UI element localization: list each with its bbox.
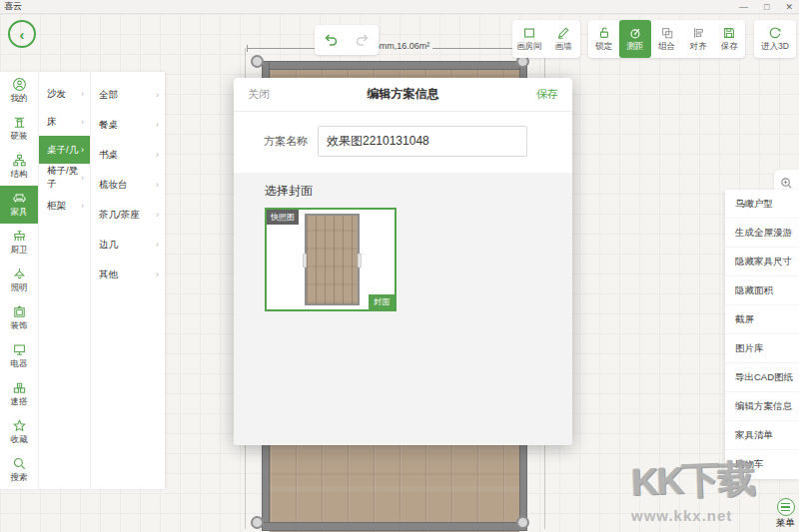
sidebar-item-hard-decor[interactable]: 硬装 bbox=[0, 110, 38, 148]
structure-icon bbox=[12, 153, 27, 168]
draw-wall-button[interactable]: 画墙 bbox=[546, 20, 580, 58]
sidebar-item-appliances[interactable]: 电器 bbox=[0, 337, 38, 375]
sidebar-item-quick-build[interactable]: 速搭 bbox=[0, 375, 38, 413]
sidebar-item-lighting[interactable]: 照明 bbox=[0, 262, 38, 299]
sidebar-item-kitchen-bath[interactable]: 厨卫 bbox=[0, 224, 38, 262]
sidebar-item-favorites[interactable]: 收藏 bbox=[0, 413, 38, 451]
monitor-icon bbox=[12, 342, 27, 357]
category-sofa[interactable]: 沙发› bbox=[39, 80, 90, 108]
dialog-title: 编辑方案信息 bbox=[368, 86, 439, 103]
dialog-header: 关闭 编辑方案信息 保存 bbox=[234, 78, 572, 112]
group-button[interactable]: 组合 bbox=[651, 20, 682, 58]
menu-item-edit-plan-info[interactable]: 编辑方案信息 bbox=[725, 392, 799, 421]
subcategory-dresser[interactable]: 梳妆台› bbox=[91, 170, 165, 200]
wall-corner-handle-top-left[interactable] bbox=[251, 55, 264, 68]
plan-name-input[interactable] bbox=[318, 126, 527, 157]
draw-wall-icon bbox=[556, 26, 570, 40]
cover-badge: 封面 bbox=[369, 294, 395, 309]
chevron-right-icon: › bbox=[81, 89, 84, 99]
align-button[interactable]: 对齐 bbox=[682, 20, 713, 58]
draw-room-icon bbox=[522, 26, 536, 40]
sidebar-item-structure[interactable]: 结构 bbox=[0, 148, 38, 186]
wall-bottom[interactable] bbox=[262, 522, 527, 531]
maximize-icon[interactable]: □ bbox=[764, 0, 769, 14]
chevron-right-icon: › bbox=[81, 117, 84, 127]
menu-item-shopping-cart[interactable]: 购物车 bbox=[725, 450, 799, 479]
cover-select-section: 选择封面 快照图 封面 bbox=[234, 173, 572, 445]
category-cabinet[interactable]: 柜架› bbox=[39, 192, 90, 220]
sidebar-item-mine[interactable]: 我的 bbox=[0, 72, 38, 110]
menu-item-image-library[interactable]: 图片库 bbox=[725, 334, 799, 363]
menu-item-birdview[interactable]: 鸟瞰户型 bbox=[725, 190, 799, 219]
search-icon bbox=[12, 456, 27, 471]
plan-actions-menu: 鸟瞰户型 生成全屋漫游 隐藏家具尺寸 隐藏面积 截屏 图片库 导出CAD图纸 编… bbox=[725, 190, 799, 479]
lock-button[interactable]: 锁定 bbox=[588, 20, 619, 58]
blocks-icon bbox=[12, 380, 27, 395]
subcategory-all[interactable]: 全部› bbox=[91, 80, 165, 110]
back-button[interactable]: ‹ bbox=[8, 20, 36, 48]
subcategory-side-table[interactable]: 边几› bbox=[91, 230, 165, 260]
enter-3d-icon bbox=[768, 26, 782, 40]
category-chair-stool[interactable]: 椅子/凳子› bbox=[39, 164, 90, 192]
cover-section-title: 选择封面 bbox=[265, 183, 572, 200]
redo-icon[interactable] bbox=[355, 33, 371, 47]
dialog-save-button[interactable]: 保存 bbox=[536, 87, 558, 102]
undo-redo-toolbar bbox=[315, 25, 379, 55]
wall-corner-handle-bottom-left[interactable] bbox=[251, 516, 264, 529]
sidebar-item-search[interactable]: 搜索 bbox=[0, 451, 38, 489]
subcategory-dining-table[interactable]: 餐桌› bbox=[91, 110, 165, 140]
menu-item-screenshot[interactable]: 截屏 bbox=[725, 305, 799, 334]
dialog-close-button[interactable]: 关闭 bbox=[248, 87, 270, 102]
chevron-right-icon: › bbox=[81, 201, 84, 211]
menu-item-hide-furniture-size[interactable]: 隐藏家具尺寸 bbox=[725, 248, 799, 276]
table-subcategory-menu: 全部› 餐桌› 书桌› 梳妆台› 茶几/茶座› 边几› 其他› bbox=[90, 72, 165, 489]
furniture-category-menu: 沙发› 床› 桌子/几› 椅子/凳子› 柜架› bbox=[38, 72, 90, 489]
category-table[interactable]: 桌子/几› bbox=[39, 136, 90, 164]
title-bar: 喜云 — □ ✕ bbox=[0, 0, 799, 14]
close-icon[interactable]: ✕ bbox=[785, 0, 793, 14]
draw-room-button[interactable]: 画房间 bbox=[512, 20, 546, 58]
armchair-icon bbox=[12, 191, 27, 206]
measure-icon bbox=[628, 26, 642, 40]
sidebar-item-decoration[interactable]: 装饰 bbox=[0, 299, 38, 337]
chevron-right-icon: › bbox=[156, 210, 159, 220]
sidebar-item-furniture[interactable]: 家具 bbox=[0, 186, 38, 224]
edit-plan-info-dialog: 关闭 编辑方案信息 保存 方案名称 选择封面 快照图 封面 bbox=[234, 78, 572, 445]
chevron-right-icon: › bbox=[156, 120, 159, 130]
subcategory-other[interactable]: 其他› bbox=[91, 260, 165, 289]
edit-tools-group: 锁定 测距 组合 对齐 保存 bbox=[588, 20, 745, 58]
subcategory-desk[interactable]: 书桌› bbox=[91, 140, 165, 170]
cover-thumbnail[interactable]: 快照图 封面 bbox=[265, 208, 397, 311]
wall-corner-handle-bottom-right[interactable] bbox=[516, 516, 529, 529]
lock-icon bbox=[597, 26, 611, 40]
enter-3d-button[interactable]: 进入3D bbox=[754, 20, 796, 58]
chevron-right-icon: › bbox=[156, 180, 159, 190]
wall-top[interactable] bbox=[262, 61, 527, 70]
save-button[interactable]: 保存 bbox=[714, 20, 745, 58]
subcategory-tea-table[interactable]: 茶几/茶座› bbox=[91, 200, 165, 230]
menu-item-roam[interactable]: 生成全屋漫游 bbox=[725, 219, 799, 248]
draw-tools-group: 画房间 画墙 bbox=[512, 20, 580, 58]
chevron-right-icon: › bbox=[156, 90, 159, 100]
save-icon bbox=[722, 26, 736, 40]
chevron-right-icon: › bbox=[81, 173, 84, 183]
kitchen-icon bbox=[12, 229, 27, 244]
chevron-right-icon: › bbox=[156, 150, 159, 160]
menu-fab-button[interactable]: 菜单 bbox=[776, 498, 795, 530]
menu-item-export-cad[interactable]: 导出CAD图纸 bbox=[725, 363, 799, 392]
menu-item-hide-area[interactable]: 隐藏面积 bbox=[725, 276, 799, 305]
chevron-right-icon: › bbox=[81, 145, 84, 155]
group-icon bbox=[660, 26, 674, 40]
user-icon bbox=[12, 77, 27, 92]
minimize-icon[interactable]: — bbox=[739, 0, 748, 14]
menu-item-furniture-list[interactable]: 家具清单 bbox=[725, 421, 799, 450]
door-marker-right bbox=[358, 254, 362, 267]
measure-button[interactable]: 测距 bbox=[619, 20, 650, 58]
plan-name-label: 方案名称 bbox=[264, 134, 318, 149]
undo-icon[interactable] bbox=[323, 33, 339, 47]
pillar-icon bbox=[12, 115, 27, 130]
enter-3d-group: 进入3D bbox=[754, 20, 796, 58]
plan-name-row: 方案名称 bbox=[234, 112, 572, 173]
door-marker-left bbox=[303, 254, 307, 267]
category-bed[interactable]: 床› bbox=[39, 108, 90, 136]
